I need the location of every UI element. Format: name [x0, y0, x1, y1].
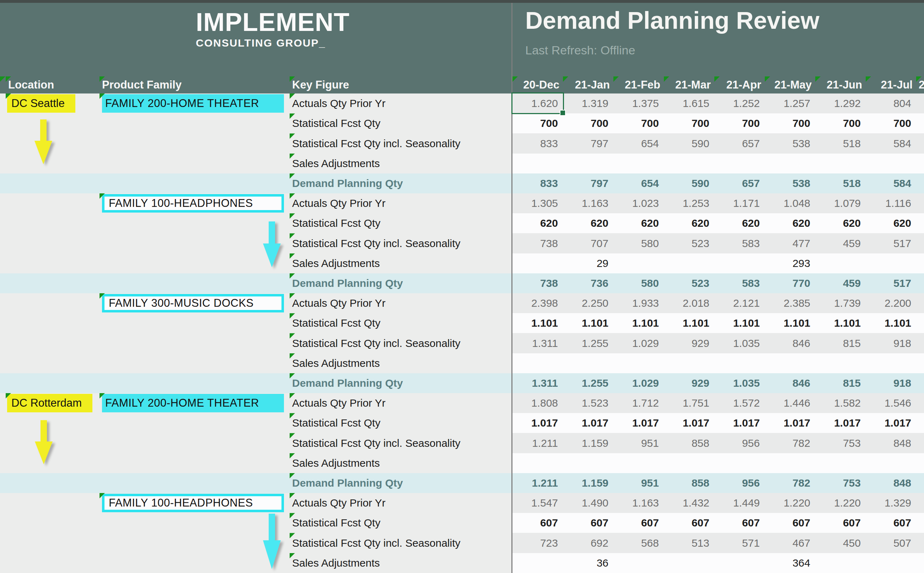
cell-21-Apr[interactable]: 657	[714, 174, 765, 193]
column-header-next-month-clipped[interactable]: 2	[916, 77, 924, 94]
cell-21-Jun[interactable]: 1.101	[815, 313, 866, 333]
cell-location[interactable]: DC Seattle	[6, 94, 100, 113]
cell-21-Mar[interactable]: 607	[664, 513, 714, 533]
cell-21-Jun[interactable]: 459	[815, 273, 866, 293]
cell-21-Feb[interactable]: 654	[613, 133, 664, 153]
cell-21-Apr[interactable]: 1.572	[714, 393, 765, 413]
cell-product-family[interactable]: FAMILY 200-HOME THEATER	[100, 94, 290, 113]
cell-21-Jan[interactable]: 797	[563, 174, 613, 193]
cell-21-Jan[interactable]: 707	[563, 233, 613, 253]
cell-21-Feb[interactable]: 580	[613, 273, 664, 293]
cell-location[interactable]	[6, 254, 100, 273]
cell-margin[interactable]	[0, 94, 6, 113]
cell-21-Jul[interactable]: 607	[866, 513, 916, 533]
cell-20-Dec[interactable]: 1.620	[513, 94, 563, 113]
cell-20-Dec[interactable]: 1.211	[513, 433, 563, 453]
cyan-down-arrow-seattle[interactable]	[261, 221, 283, 267]
column-header-21-Mar[interactable]: 21-Mar	[664, 77, 714, 94]
cell-next-month-clipped[interactable]	[916, 533, 924, 553]
cell-21-Jul[interactable]: 1.101	[866, 313, 916, 333]
cell-key-figure[interactable]: Statistical Fcst Qty incl. Seasonality	[290, 433, 513, 453]
cell-key-figure[interactable]: Actuals Qty Prior Yr	[290, 293, 513, 313]
cell-21-Jul[interactable]: 918	[866, 333, 916, 353]
cell-21-Jan[interactable]: 736	[563, 273, 613, 293]
cell-21-Jul[interactable]: 1.017	[866, 413, 916, 433]
cell-product-family[interactable]: FAMILY 300-MUSIC DOCKS	[100, 293, 290, 313]
cell-21-May[interactable]	[765, 353, 815, 373]
cell-20-Dec[interactable]: 700	[513, 113, 563, 133]
cell-next-month-clipped[interactable]	[916, 553, 924, 573]
cell-next-month-clipped[interactable]	[916, 254, 924, 273]
cell-21-Apr[interactable]: 607	[714, 513, 765, 533]
cell-next-month-clipped[interactable]	[916, 94, 924, 113]
cell-product-family[interactable]	[100, 333, 290, 353]
cell-21-Jun[interactable]	[815, 254, 866, 273]
cell-21-Mar[interactable]: 2.018	[664, 293, 714, 313]
cell-key-figure[interactable]: Statistical Fcst Qty incl. Seasonality	[290, 333, 513, 353]
cell-21-Apr[interactable]	[714, 153, 765, 174]
cell-21-Feb[interactable]: 580	[613, 233, 664, 253]
cell-21-Jun[interactable]: 700	[815, 113, 866, 133]
cell-21-May[interactable]: 782	[765, 433, 815, 453]
cell-21-Feb[interactable]: 620	[613, 213, 664, 233]
cell-21-Feb[interactable]: 1.023	[613, 193, 664, 213]
cell-margin[interactable]	[0, 174, 6, 193]
cell-21-Jan[interactable]: 1.255	[563, 333, 613, 353]
cell-21-Jul[interactable]: 517	[866, 233, 916, 253]
cell-21-Mar[interactable]: 620	[664, 213, 714, 233]
cell-key-figure[interactable]: Demand Planning Qty	[290, 174, 513, 193]
cell-key-figure[interactable]: Demand Planning Qty	[290, 373, 513, 393]
cell-next-month-clipped[interactable]	[916, 513, 924, 533]
cell-key-figure[interactable]: Actuals Qty Prior Yr	[290, 393, 513, 413]
cell-21-Jul[interactable]: 1.546	[866, 393, 916, 413]
cell-margin[interactable]	[0, 373, 6, 393]
cell-21-Feb[interactable]: 951	[613, 473, 664, 493]
cell-product-family[interactable]	[100, 133, 290, 153]
cyan-down-arrow-rotterdam[interactable]	[261, 514, 283, 569]
cell-product-family[interactable]	[100, 313, 290, 333]
cell-21-Mar[interactable]	[664, 453, 714, 473]
cell-next-month-clipped[interactable]	[916, 413, 924, 433]
cell-21-Jan[interactable]	[563, 353, 613, 373]
cell-margin[interactable]	[0, 153, 6, 174]
cell-21-Jan[interactable]: 607	[563, 513, 613, 533]
cell-21-Mar[interactable]: 700	[664, 113, 714, 133]
cell-21-Apr[interactable]: 657	[714, 133, 765, 153]
cell-margin[interactable]	[0, 533, 6, 553]
cell-21-Mar[interactable]: 1.017	[664, 413, 714, 433]
cell-key-figure[interactable]: Statistical Fcst Qty	[290, 513, 513, 533]
cell-21-Jun[interactable]: 815	[815, 373, 866, 393]
cell-product-family[interactable]	[100, 174, 290, 193]
cell-21-May[interactable]: 1.017	[765, 413, 815, 433]
cell-21-Jun[interactable]: 753	[815, 473, 866, 493]
cell-21-Jan[interactable]: 1.163	[563, 193, 613, 213]
cell-21-Apr[interactable]: 1.017	[714, 413, 765, 433]
cell-next-month-clipped[interactable]	[916, 293, 924, 313]
cell-21-Apr[interactable]: 1.171	[714, 193, 765, 213]
cell-key-figure[interactable]: Statistical Fcst Qty incl. Seasonality	[290, 533, 513, 553]
cell-product-family[interactable]	[100, 373, 290, 393]
column-header-21-Apr[interactable]: 21-Apr	[714, 77, 765, 94]
cell-21-Jun[interactable]: 1.079	[815, 193, 866, 213]
cell-next-month-clipped[interactable]	[916, 213, 924, 233]
cell-21-Jun[interactable]: 1.739	[815, 293, 866, 313]
cell-21-May[interactable]: 538	[765, 133, 815, 153]
cell-margin[interactable]	[0, 133, 6, 153]
cell-21-Jul[interactable]: 507	[866, 533, 916, 553]
cell-21-Apr[interactable]: 2.121	[714, 293, 765, 313]
cell-21-Mar[interactable]	[664, 353, 714, 373]
cell-21-Jul[interactable]: 918	[866, 373, 916, 393]
cell-21-Feb[interactable]	[613, 153, 664, 174]
cell-next-month-clipped[interactable]	[916, 193, 924, 213]
cell-21-Mar[interactable]: 858	[664, 473, 714, 493]
cell-21-Jan[interactable]	[563, 453, 613, 473]
cell-product-family[interactable]	[100, 153, 290, 174]
cell-location[interactable]	[6, 373, 100, 393]
cell-21-Jul[interactable]	[866, 553, 916, 573]
cell-key-figure[interactable]: Statistical Fcst Qty	[290, 213, 513, 233]
cell-21-Mar[interactable]: 523	[664, 273, 714, 293]
cell-21-May[interactable]: 1.220	[765, 493, 815, 513]
cell-margin[interactable]	[0, 193, 6, 213]
cell-21-May[interactable]: 2.385	[765, 293, 815, 313]
cell-21-Jan[interactable]: 36	[563, 553, 613, 573]
